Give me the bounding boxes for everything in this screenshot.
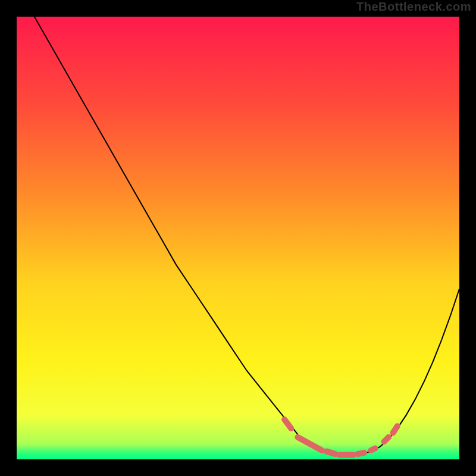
marker-segment [393, 426, 397, 433]
marker-segment [327, 452, 336, 455]
gradient-background [17, 17, 459, 459]
watermark-text: TheBottleneck.com [356, 0, 471, 14]
plot-svg [17, 17, 459, 459]
marker-segment [371, 448, 375, 450]
plot-area [17, 17, 459, 459]
marker-segment [358, 453, 364, 454]
chart-frame: TheBottleneck.com [0, 0, 476, 476]
marker-segment [384, 437, 389, 441]
